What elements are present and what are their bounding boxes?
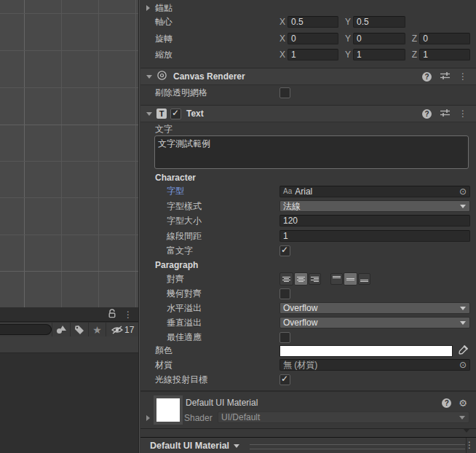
scene-visibility-toggle[interactable]: 17 — [106, 323, 138, 336]
anchors-row[interactable]: 錨點 — [140, 2, 476, 14]
grid-line — [0, 197, 138, 198]
material-row: 材質 無 (材質) ⊙ — [140, 359, 476, 371]
raycast-target-checkbox[interactable] — [279, 374, 290, 385]
chevron-down-icon[interactable] — [146, 75, 152, 79]
scale-x-field[interactable]: 1 — [287, 49, 338, 60]
search-input[interactable] — [0, 324, 52, 335]
material-object-field[interactable]: 無 (材質) ⊙ — [279, 359, 470, 371]
lock-open-icon[interactable] — [108, 309, 116, 320]
axis-x-label: X — [279, 17, 285, 27]
component-enabled-checkbox[interactable] — [170, 109, 181, 119]
kebab-menu-icon[interactable]: ⋮ — [124, 311, 132, 318]
best-fit-checkbox[interactable] — [279, 332, 290, 343]
shapes-gizmo-icon[interactable] — [52, 323, 70, 336]
rotation-x-field[interactable]: 0 — [287, 33, 338, 44]
canvas-renderer-header[interactable]: Canvas Renderer ? ⋮ — [140, 68, 476, 85]
color-swatch[interactable] — [279, 345, 453, 357]
pivot-y-field[interactable]: 0.5 — [353, 16, 405, 28]
scroll-down-icon[interactable] — [463, 428, 470, 433]
help-icon[interactable]: ? — [442, 398, 451, 408]
font-object-field[interactable]: Aa Arial ⊙ — [279, 186, 470, 197]
scale-y-field[interactable]: 1 — [353, 49, 405, 60]
eye-slash-icon — [111, 325, 124, 335]
axis-x-label: X — [279, 50, 285, 60]
font-style-value: 法線 — [283, 201, 301, 211]
grid-line — [0, 87, 138, 88]
font-label: 字型 — [140, 185, 184, 197]
footer-material-title: Default UI Material — [140, 441, 229, 451]
scene-grid[interactable] — [0, 0, 138, 307]
object-picker-icon[interactable]: ⊙ — [459, 361, 467, 369]
rotation-y-field[interactable]: 0 — [353, 33, 405, 44]
chevron-right-icon[interactable] — [146, 415, 150, 421]
cull-transparent-mesh-checkbox[interactable] — [279, 87, 290, 98]
line-spacing-field[interactable]: 1 — [279, 230, 470, 242]
unity-editor-window: ⋮ ★ 17 錨點 軸心 — [0, 0, 476, 453]
pane-divider[interactable] — [138, 0, 140, 453]
vertical-overflow-row: 垂直溢出 Overflow — [140, 317, 476, 328]
pivot-row: 軸心 X 0.5 Y 0.5 — [140, 16, 476, 28]
align-left-icon[interactable] — [279, 272, 293, 285]
help-icon[interactable]: ? — [422, 109, 432, 119]
text-component-header[interactable]: T Text ? ⋮ — [140, 105, 476, 122]
material-preview-title: Default UI Material — [186, 398, 258, 408]
grid-line — [98, 0, 99, 307]
object-picker-icon[interactable]: ⊙ — [459, 187, 467, 196]
text-label: 文字 — [140, 123, 172, 135]
rotation-z-field[interactable]: 0 — [419, 33, 470, 44]
font-style-row: 字型樣式 法線 — [140, 200, 476, 212]
grid-line — [0, 235, 138, 235]
horizontal-overflow-dropdown[interactable]: Overflow — [279, 302, 470, 314]
pivot-label: 軸心 — [140, 16, 172, 28]
chevron-down-icon[interactable] — [146, 112, 152, 116]
material-footer-bar[interactable]: Default UI Material ⋮ — [140, 437, 476, 453]
cull-transparent-mesh-row: 剔除透明網格 — [140, 87, 476, 98]
kebab-menu-icon[interactable]: ⋮ — [459, 73, 467, 80]
scene-view-pane: ⋮ ★ 17 — [0, 0, 138, 453]
presets-icon[interactable] — [440, 109, 450, 119]
material-thumbnail[interactable] — [154, 395, 183, 425]
axis-z-label: Z — [412, 50, 417, 60]
align-by-geometry-checkbox[interactable] — [279, 288, 290, 299]
align-top-icon[interactable] — [330, 273, 343, 285]
kebab-menu-icon[interactable]: ⋮ — [465, 441, 474, 449]
rotation-row: 旋轉 X 0 Y 0 Z 0 — [140, 33, 476, 44]
horizontal-overflow-label: 水平溢出 — [140, 302, 202, 315]
rotation-label: 旋轉 — [140, 33, 172, 45]
presets-icon[interactable] — [440, 71, 450, 82]
font-style-dropdown[interactable]: 法線 — [279, 200, 470, 212]
vertical-overflow-dropdown[interactable]: Overflow — [279, 317, 470, 328]
align-middle-icon[interactable] — [344, 272, 357, 285]
eyedropper-icon[interactable] — [458, 344, 469, 358]
character-section-header: Character — [140, 172, 476, 184]
grid-line — [135, 0, 136, 307]
scene-panel-toolbar: ★ 17 — [0, 323, 138, 336]
align-bottom-icon[interactable] — [358, 273, 370, 285]
scale-label: 縮放 — [140, 49, 172, 61]
align-center-icon[interactable] — [294, 272, 308, 285]
scale-row: 縮放 X 1 Y 1 Z 1 — [140, 49, 476, 60]
drag-handle[interactable] — [250, 444, 465, 449]
chevron-right-icon[interactable] — [146, 5, 150, 11]
anchors-label: 錨點 — [155, 2, 172, 15]
help-icon[interactable]: ? — [422, 72, 432, 82]
text-value-textarea[interactable]: 文字測試範例 — [154, 135, 469, 169]
gear-icon[interactable]: ⚙ — [459, 398, 467, 409]
font-size-field[interactable]: 120 — [279, 215, 470, 227]
star-icon[interactable]: ★ — [88, 323, 106, 336]
pivot-x-field[interactable]: 0.5 — [287, 16, 338, 28]
scale-z-field[interactable]: 1 — [419, 49, 470, 60]
shader-dropdown[interactable]: UI/Default — [218, 411, 469, 423]
kebab-menu-icon[interactable]: ⋮ — [459, 110, 467, 117]
align-right-icon[interactable] — [309, 273, 321, 285]
rich-text-checkbox[interactable] — [279, 245, 290, 256]
scene-panel-header: ⋮ — [0, 307, 138, 322]
axis-x-label: X — [279, 34, 285, 44]
inspector-panel: 錨點 軸心 X 0.5 Y 0.5 旋轉 X 0 Y 0 Z — [140, 0, 476, 453]
text-label-row: 文字 — [140, 123, 476, 135]
grid-line — [24, 0, 25, 307]
label-tag-icon[interactable] — [70, 323, 88, 336]
paragraph-header-label: Paragraph — [140, 260, 198, 270]
raycast-target-row: 光線投射目標 — [140, 374, 476, 385]
color-label: 顏色 — [140, 344, 172, 357]
